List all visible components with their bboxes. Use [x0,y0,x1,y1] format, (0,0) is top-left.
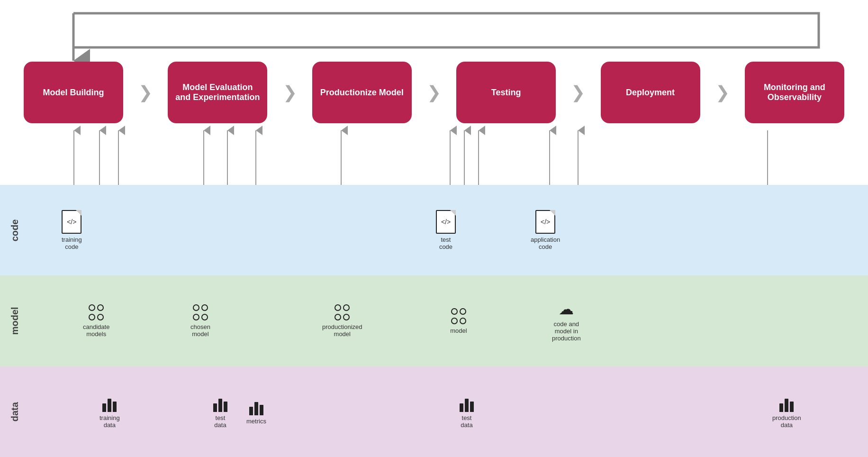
band-data: data training data test data [0,366,868,457]
bar-1 [102,403,106,412]
stages-row: Model Building ❯ Model Evaluation and Ex… [24,62,844,123]
item-test-data-test: test data [460,395,474,429]
item-metrics: metrics [246,398,266,425]
bar-15 [790,402,794,412]
item-candidate-models: candidate models [83,304,109,338]
stage-model-evaluation: Model Evaluation and Experimentation [168,62,267,123]
chosen-model-icon [190,304,211,321]
stage-label-monitoring: Monitoring and Observability [751,82,838,102]
item-application-code: </> application code [531,210,560,250]
stage-label-model-building: Model Building [43,88,104,98]
model-circle-15 [451,318,458,324]
model-circle-4 [97,314,104,320]
model-circle-9 [335,304,341,311]
band-code: code </> training code </> test code </> [0,185,868,275]
code-model-production-label: code and model in production [552,320,581,342]
model-circle-1 [89,304,95,311]
item-code-model-production: ☁ code and model in production [552,300,581,342]
training-data-label: training data [99,414,120,429]
test-code-label: test code [439,236,452,250]
stage-testing: Testing [456,62,556,123]
bands-container: code </> training code </> test code </> [0,185,868,457]
model-circle-11 [335,314,341,320]
code-symbol-1: </> [67,218,76,226]
model-circle-7 [193,314,199,320]
application-code-label: application code [531,236,560,250]
item-test-code: </> test code [436,210,456,250]
productionized-model-label: productionized model [322,323,362,338]
training-data-icon [102,395,117,412]
cloud-icon: ☁ [559,300,574,318]
chevron-right-1: ❯ [138,82,153,102]
application-code-doc-icon: </> [535,210,555,234]
item-test-data-eval: test data [213,395,227,429]
item-training-code: </> training code [62,210,82,250]
candidate-models-label: candidate models [83,323,109,338]
metrics-label: metrics [246,418,266,425]
test-data-test-label: test data [461,414,472,429]
diagram-container: Model Building ❯ Model Evaluation and Ex… [0,0,868,457]
model-circle-2 [97,304,104,311]
model-circle-12 [343,314,350,320]
stage-productionize: Productionize Model [312,62,412,123]
band-model-label: model [9,275,20,366]
bar-12 [470,402,474,412]
chevron-right-3: ❯ [427,82,441,102]
model-testing-icon [448,308,470,325]
model-circle-3 [89,314,95,320]
chevron-right-5: ❯ [715,82,730,102]
model-circle-16 [460,318,466,324]
production-data-icon [779,395,794,412]
productionized-model-icon [331,304,353,321]
model-circle-10 [343,304,350,311]
chosen-model-label: chosen model [190,323,210,338]
model-circle-13 [451,308,458,315]
stage-monitoring: Monitoring and Observability [745,62,844,123]
bar-5 [218,399,222,412]
band-model: model candidate models [0,275,868,366]
bar-13 [779,403,783,412]
stage-label-productionize: Productionize Model [320,88,404,98]
code-symbol-2: </> [441,218,451,226]
training-code-label: training code [62,236,82,250]
metrics-icon [249,398,263,415]
code-symbol-3: </> [541,218,550,226]
test-data-eval-icon [213,395,227,412]
model-circle-6 [201,304,208,311]
test-data-eval-label: test data [214,414,226,429]
item-productionized-model: productionized model [322,304,362,338]
candidate-models-icon [85,304,107,321]
bar-4 [213,403,217,412]
bar-3 [113,402,117,412]
stage-label-testing: Testing [491,88,521,98]
bar-2 [108,399,111,412]
chevron-right-4: ❯ [571,82,585,102]
stage-model-building: Model Building [24,62,123,123]
item-production-data: production data [772,395,801,429]
bar-14 [785,399,788,412]
bar-7 [249,407,253,415]
bar-11 [465,399,469,412]
model-circle-8 [201,314,208,320]
stage-label-deployment: Deployment [626,88,675,98]
bar-10 [460,403,463,412]
item-training-data: training data [99,395,120,429]
model-circle-5 [193,304,199,311]
model-circle-14 [460,308,466,315]
stage-label-model-evaluation: Model Evaluation and Experimentation [174,82,261,102]
test-data-test-icon [460,395,474,412]
production-data-label: production data [772,414,801,429]
item-model-testing: model [448,308,470,334]
stage-deployment: Deployment [601,62,700,123]
item-chosen-model: chosen model [190,304,211,338]
band-code-label: code [9,185,20,275]
chevron-right-2: ❯ [283,82,297,102]
model-testing-label: model [450,327,467,334]
bar-6 [224,402,227,412]
training-code-doc-icon: </> [62,210,81,234]
band-data-label: data [9,366,20,457]
bar-8 [254,402,258,415]
bar-9 [260,405,263,415]
test-code-doc-icon: </> [436,210,456,234]
